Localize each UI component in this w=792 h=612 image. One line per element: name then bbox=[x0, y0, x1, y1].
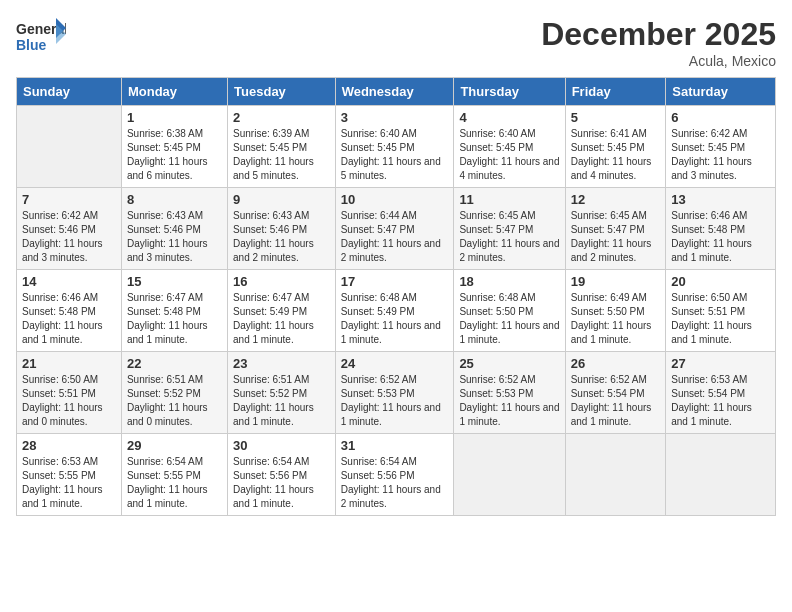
day-info: Sunrise: 6:44 AMSunset: 5:47 PMDaylight:… bbox=[341, 209, 449, 265]
day-info: Sunrise: 6:40 AMSunset: 5:45 PMDaylight:… bbox=[341, 127, 449, 183]
day-info: Sunrise: 6:50 AMSunset: 5:51 PMDaylight:… bbox=[671, 291, 770, 347]
calendar-cell: 3Sunrise: 6:40 AMSunset: 5:45 PMDaylight… bbox=[335, 106, 454, 188]
calendar-week-row: 7Sunrise: 6:42 AMSunset: 5:46 PMDaylight… bbox=[17, 188, 776, 270]
calendar-cell: 25Sunrise: 6:52 AMSunset: 5:53 PMDayligh… bbox=[454, 352, 565, 434]
calendar-cell: 16Sunrise: 6:47 AMSunset: 5:49 PMDayligh… bbox=[228, 270, 336, 352]
calendar-cell: 14Sunrise: 6:46 AMSunset: 5:48 PMDayligh… bbox=[17, 270, 122, 352]
calendar-cell: 8Sunrise: 6:43 AMSunset: 5:46 PMDaylight… bbox=[121, 188, 227, 270]
day-number: 17 bbox=[341, 274, 449, 289]
day-info: Sunrise: 6:54 AMSunset: 5:55 PMDaylight:… bbox=[127, 455, 222, 511]
day-info: Sunrise: 6:41 AMSunset: 5:45 PMDaylight:… bbox=[571, 127, 661, 183]
day-number: 9 bbox=[233, 192, 330, 207]
calendar-cell: 23Sunrise: 6:51 AMSunset: 5:52 PMDayligh… bbox=[228, 352, 336, 434]
calendar-title: December 2025 bbox=[541, 16, 776, 53]
title-block: December 2025 Acula, Mexico bbox=[541, 16, 776, 69]
calendar-cell: 5Sunrise: 6:41 AMSunset: 5:45 PMDaylight… bbox=[565, 106, 666, 188]
calendar-week-row: 28Sunrise: 6:53 AMSunset: 5:55 PMDayligh… bbox=[17, 434, 776, 516]
col-saturday: Saturday bbox=[666, 78, 776, 106]
day-number: 27 bbox=[671, 356, 770, 371]
col-sunday: Sunday bbox=[17, 78, 122, 106]
day-info: Sunrise: 6:52 AMSunset: 5:53 PMDaylight:… bbox=[341, 373, 449, 429]
calendar-week-row: 1Sunrise: 6:38 AMSunset: 5:45 PMDaylight… bbox=[17, 106, 776, 188]
col-monday: Monday bbox=[121, 78, 227, 106]
logo: General Blue bbox=[16, 16, 66, 62]
day-info: Sunrise: 6:54 AMSunset: 5:56 PMDaylight:… bbox=[341, 455, 449, 511]
day-number: 1 bbox=[127, 110, 222, 125]
day-number: 14 bbox=[22, 274, 116, 289]
calendar-cell: 30Sunrise: 6:54 AMSunset: 5:56 PMDayligh… bbox=[228, 434, 336, 516]
calendar-cell: 18Sunrise: 6:48 AMSunset: 5:50 PMDayligh… bbox=[454, 270, 565, 352]
calendar-cell bbox=[454, 434, 565, 516]
day-number: 26 bbox=[571, 356, 661, 371]
day-number: 2 bbox=[233, 110, 330, 125]
day-number: 6 bbox=[671, 110, 770, 125]
col-wednesday: Wednesday bbox=[335, 78, 454, 106]
day-info: Sunrise: 6:52 AMSunset: 5:54 PMDaylight:… bbox=[571, 373, 661, 429]
calendar-cell: 4Sunrise: 6:40 AMSunset: 5:45 PMDaylight… bbox=[454, 106, 565, 188]
calendar-cell: 27Sunrise: 6:53 AMSunset: 5:54 PMDayligh… bbox=[666, 352, 776, 434]
calendar-cell bbox=[17, 106, 122, 188]
day-info: Sunrise: 6:51 AMSunset: 5:52 PMDaylight:… bbox=[127, 373, 222, 429]
calendar-cell: 20Sunrise: 6:50 AMSunset: 5:51 PMDayligh… bbox=[666, 270, 776, 352]
day-number: 22 bbox=[127, 356, 222, 371]
day-info: Sunrise: 6:47 AMSunset: 5:49 PMDaylight:… bbox=[233, 291, 330, 347]
day-info: Sunrise: 6:43 AMSunset: 5:46 PMDaylight:… bbox=[127, 209, 222, 265]
calendar-week-row: 14Sunrise: 6:46 AMSunset: 5:48 PMDayligh… bbox=[17, 270, 776, 352]
col-thursday: Thursday bbox=[454, 78, 565, 106]
calendar-header-row: Sunday Monday Tuesday Wednesday Thursday… bbox=[17, 78, 776, 106]
day-info: Sunrise: 6:54 AMSunset: 5:56 PMDaylight:… bbox=[233, 455, 330, 511]
calendar-week-row: 21Sunrise: 6:50 AMSunset: 5:51 PMDayligh… bbox=[17, 352, 776, 434]
calendar-cell: 22Sunrise: 6:51 AMSunset: 5:52 PMDayligh… bbox=[121, 352, 227, 434]
calendar-cell: 1Sunrise: 6:38 AMSunset: 5:45 PMDaylight… bbox=[121, 106, 227, 188]
day-info: Sunrise: 6:47 AMSunset: 5:48 PMDaylight:… bbox=[127, 291, 222, 347]
col-tuesday: Tuesday bbox=[228, 78, 336, 106]
day-info: Sunrise: 6:46 AMSunset: 5:48 PMDaylight:… bbox=[671, 209, 770, 265]
day-info: Sunrise: 6:48 AMSunset: 5:50 PMDaylight:… bbox=[459, 291, 559, 347]
calendar-cell: 11Sunrise: 6:45 AMSunset: 5:47 PMDayligh… bbox=[454, 188, 565, 270]
day-number: 13 bbox=[671, 192, 770, 207]
day-number: 31 bbox=[341, 438, 449, 453]
day-info: Sunrise: 6:45 AMSunset: 5:47 PMDaylight:… bbox=[571, 209, 661, 265]
page-header: General Blue December 2025 Acula, Mexico bbox=[16, 16, 776, 69]
day-info: Sunrise: 6:53 AMSunset: 5:55 PMDaylight:… bbox=[22, 455, 116, 511]
calendar-table: Sunday Monday Tuesday Wednesday Thursday… bbox=[16, 77, 776, 516]
calendar-cell: 6Sunrise: 6:42 AMSunset: 5:45 PMDaylight… bbox=[666, 106, 776, 188]
calendar-cell: 12Sunrise: 6:45 AMSunset: 5:47 PMDayligh… bbox=[565, 188, 666, 270]
calendar-cell: 31Sunrise: 6:54 AMSunset: 5:56 PMDayligh… bbox=[335, 434, 454, 516]
day-number: 10 bbox=[341, 192, 449, 207]
calendar-cell: 21Sunrise: 6:50 AMSunset: 5:51 PMDayligh… bbox=[17, 352, 122, 434]
day-info: Sunrise: 6:38 AMSunset: 5:45 PMDaylight:… bbox=[127, 127, 222, 183]
svg-text:Blue: Blue bbox=[16, 37, 47, 53]
day-info: Sunrise: 6:51 AMSunset: 5:52 PMDaylight:… bbox=[233, 373, 330, 429]
day-number: 7 bbox=[22, 192, 116, 207]
day-number: 12 bbox=[571, 192, 661, 207]
day-number: 29 bbox=[127, 438, 222, 453]
day-number: 30 bbox=[233, 438, 330, 453]
day-number: 3 bbox=[341, 110, 449, 125]
day-info: Sunrise: 6:48 AMSunset: 5:49 PMDaylight:… bbox=[341, 291, 449, 347]
day-number: 23 bbox=[233, 356, 330, 371]
calendar-subtitle: Acula, Mexico bbox=[541, 53, 776, 69]
day-number: 19 bbox=[571, 274, 661, 289]
day-info: Sunrise: 6:52 AMSunset: 5:53 PMDaylight:… bbox=[459, 373, 559, 429]
day-number: 18 bbox=[459, 274, 559, 289]
day-info: Sunrise: 6:39 AMSunset: 5:45 PMDaylight:… bbox=[233, 127, 330, 183]
col-friday: Friday bbox=[565, 78, 666, 106]
calendar-cell: 15Sunrise: 6:47 AMSunset: 5:48 PMDayligh… bbox=[121, 270, 227, 352]
calendar-cell: 28Sunrise: 6:53 AMSunset: 5:55 PMDayligh… bbox=[17, 434, 122, 516]
day-number: 5 bbox=[571, 110, 661, 125]
calendar-cell bbox=[666, 434, 776, 516]
day-number: 21 bbox=[22, 356, 116, 371]
logo-image: General Blue bbox=[16, 16, 66, 62]
day-number: 24 bbox=[341, 356, 449, 371]
calendar-cell: 7Sunrise: 6:42 AMSunset: 5:46 PMDaylight… bbox=[17, 188, 122, 270]
day-info: Sunrise: 6:42 AMSunset: 5:46 PMDaylight:… bbox=[22, 209, 116, 265]
calendar-cell: 29Sunrise: 6:54 AMSunset: 5:55 PMDayligh… bbox=[121, 434, 227, 516]
calendar-cell: 9Sunrise: 6:43 AMSunset: 5:46 PMDaylight… bbox=[228, 188, 336, 270]
day-number: 28 bbox=[22, 438, 116, 453]
day-info: Sunrise: 6:53 AMSunset: 5:54 PMDaylight:… bbox=[671, 373, 770, 429]
day-number: 4 bbox=[459, 110, 559, 125]
day-number: 8 bbox=[127, 192, 222, 207]
day-info: Sunrise: 6:45 AMSunset: 5:47 PMDaylight:… bbox=[459, 209, 559, 265]
day-info: Sunrise: 6:40 AMSunset: 5:45 PMDaylight:… bbox=[459, 127, 559, 183]
